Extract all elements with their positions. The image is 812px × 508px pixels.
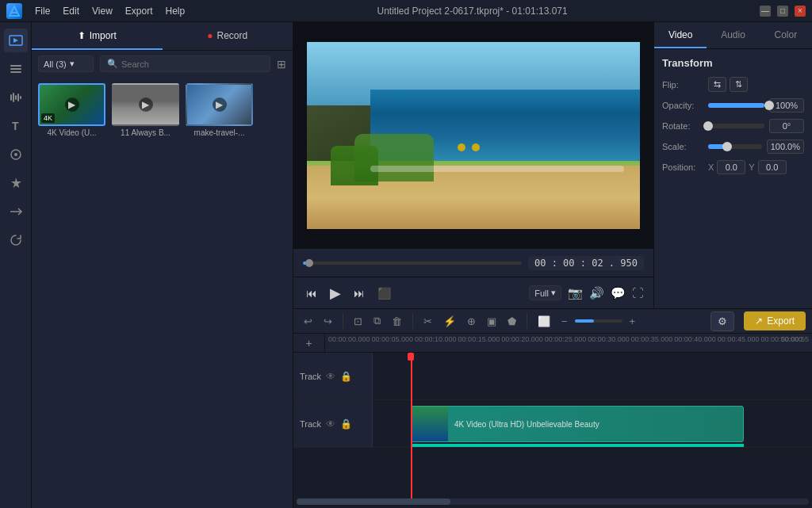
seek-bar[interactable] (303, 262, 522, 265)
right-tabs: Video Audio Color (654, 22, 812, 49)
skip-back-btn[interactable]: ⏮ (303, 284, 320, 303)
copy-btn[interactable]: ⧉ (370, 312, 385, 330)
menu-file[interactable]: File (35, 6, 50, 17)
media-item-label: make-travel-... (194, 128, 245, 137)
visibility-icon[interactable]: 👁 (326, 418, 335, 430)
sidebar-item-transitions[interactable] (4, 200, 28, 223)
right-content: Transform Flip: ⇆ ⇅ Opacity: (654, 49, 812, 308)
zoom-minus-btn[interactable]: − (557, 313, 572, 330)
rotate-value: 0° (769, 119, 804, 133)
bottom-section: ↩ ↪ ⊡ ⧉ 🗑 ✂ ⚡ ⊕ ▣ ⬟ ⬜ − (293, 308, 812, 508)
timeline-scrollbar[interactable] (297, 498, 809, 505)
timeline-area: + 00:00:00.000 00:00:05.000 00:00:10.000… (293, 334, 812, 508)
tab-audio[interactable]: Audio (707, 22, 759, 48)
flip-vertical-btn[interactable]: ⇅ (730, 77, 748, 92)
sidebar-item-audio[interactable] (4, 86, 28, 109)
svg-rect-5 (10, 71, 21, 73)
top-section: 00 : 00 : 02 . 950 ⏮ ▶ ⏭ ⬛ Full ▾ 📷 (293, 22, 812, 308)
menu-edit[interactable]: Edit (63, 6, 79, 17)
fullscreen-icon[interactable]: ⛶ (632, 286, 644, 300)
maximize-btn[interactable]: □ (777, 6, 788, 17)
svg-rect-9 (17, 94, 19, 101)
window-controls: — □ × (760, 6, 806, 17)
scale-slider[interactable] (708, 144, 762, 149)
menu-view[interactable]: View (92, 6, 113, 17)
svg-rect-6 (10, 94, 12, 101)
scale-value: 100.0% (767, 139, 804, 154)
sidebar-item-layers[interactable] (4, 57, 28, 81)
crop-btn[interactable]: ⊡ (350, 313, 366, 330)
chevron-down-icon: ▾ (70, 59, 75, 69)
center-panel: 00 : 00 : 02 . 950 ⏮ ▶ ⏭ ⬛ Full ▾ 📷 (293, 22, 653, 308)
redo-btn[interactable]: ↪ (320, 313, 336, 330)
sidebar-item-text[interactable]: T (4, 114, 28, 138)
position-y-value[interactable]: 0.0 (758, 160, 787, 174)
add-track-btn[interactable]: + (293, 334, 325, 353)
lock-icon[interactable]: 🔒 (340, 418, 352, 430)
stop-btn[interactable]: ⬛ (374, 284, 394, 303)
ruler-mark: 00:00:15.000 (458, 335, 500, 343)
cut-btn[interactable]: ✂ (419, 313, 436, 330)
lock-icon[interactable]: 🔒 (340, 371, 352, 382)
menu-help[interactable]: Help (166, 6, 186, 17)
list-item[interactable]: ▶ 4K 4K Video (U... (38, 83, 105, 137)
grid-view-icon[interactable]: ⊞ (277, 58, 286, 71)
scroll-thumb[interactable] (297, 498, 450, 505)
subtitle-icon[interactable]: 💬 (611, 286, 626, 300)
preview-area (293, 22, 653, 248)
sidebar-item-effects[interactable] (4, 143, 28, 166)
opacity-thumb[interactable] (764, 101, 774, 110)
sidebar-item-media[interactable] (4, 29, 28, 52)
media-panel: ⬆ Import ● Record All (3) ▾ 🔍 ⊞ ▶ (32, 22, 293, 508)
add-btn[interactable]: ⊕ (463, 313, 480, 330)
tab-color[interactable]: Color (760, 22, 812, 48)
undo-btn[interactable]: ↩ (300, 313, 316, 330)
marker-btn[interactable]: ⬟ (504, 313, 520, 330)
dot-marker (472, 143, 480, 151)
split-btn[interactable]: ⚡ (439, 313, 460, 330)
media-grid: ▶ 4K 4K Video (U... ▶ 11 Always B... ▶ m… (32, 77, 293, 143)
close-btn[interactable]: × (795, 6, 806, 17)
list-item[interactable]: ▶ make-travel-... (186, 83, 253, 137)
quality-select[interactable]: Full ▾ (529, 285, 561, 300)
delete-btn[interactable]: 🗑 (388, 313, 406, 330)
camera-icon[interactable]: 📷 (568, 286, 583, 300)
menu-export[interactable]: Export (125, 6, 153, 17)
flip-horizontal-btn[interactable]: ⇆ (708, 77, 726, 92)
timeline-tracks: Track 👁 🔒 Track 👁 🔒 (293, 353, 812, 498)
transform-section-title: Transform (662, 57, 804, 69)
list-item[interactable]: ▶ 11 Always B... (112, 83, 179, 137)
position-x-value[interactable]: 0.0 (717, 160, 745, 174)
seek-thumb[interactable] (305, 259, 313, 267)
marker2-btn[interactable]: ⬜ (534, 313, 554, 330)
skip-forward-btn[interactable]: ⏭ (350, 284, 368, 303)
minimize-btn[interactable]: — (760, 6, 771, 17)
visibility-icon[interactable]: 👁 (326, 371, 335, 382)
preview-seekbar: 00 : 00 : 02 . 950 (293, 248, 653, 277)
rotate-slider[interactable] (708, 124, 764, 128)
frame-btn[interactable]: ▣ (483, 313, 500, 330)
timeline-clip[interactable]: 4K Video (Ultra HD) Unbelievable Beauty (411, 406, 744, 442)
play-btn[interactable]: ▶ (327, 281, 344, 305)
sidebar-item-history[interactable] (4, 228, 28, 252)
sidebar-item-stickers[interactable] (4, 171, 28, 195)
zoom-slider[interactable] (575, 319, 622, 323)
opacity-value: 100% (769, 98, 804, 113)
rotate-thumb[interactable] (703, 121, 713, 131)
filter-dropdown[interactable]: All (3) ▾ (38, 55, 94, 72)
track-content[interactable]: 4K Video (Ultra HD) Unbelievable Beauty (373, 400, 812, 447)
zoom-plus-btn[interactable]: + (626, 313, 640, 330)
dot-marker (458, 143, 465, 151)
track-content[interactable] (373, 353, 812, 399)
record-btn[interactable]: ● Record (163, 22, 293, 50)
settings-btn[interactable]: ⚙ (710, 311, 734, 331)
opacity-slider[interactable] (708, 103, 764, 108)
tab-video[interactable]: Video (654, 22, 707, 48)
svg-point-13 (14, 153, 17, 156)
import-btn[interactable]: ⬆ Import (32, 22, 163, 50)
search-input[interactable] (121, 59, 263, 69)
media-controls: All (3) ▾ 🔍 ⊞ (32, 51, 293, 77)
volume-icon[interactable]: 🔊 (589, 286, 604, 300)
scale-thumb[interactable] (722, 142, 732, 151)
export-btn[interactable]: ↗ Export (744, 311, 806, 330)
